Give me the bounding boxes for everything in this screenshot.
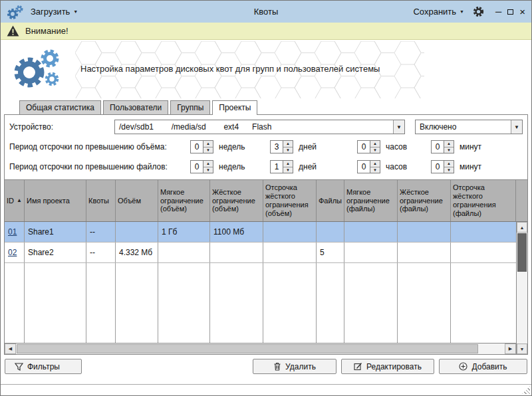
horizontal-scroll-thumb[interactable]	[17, 344, 478, 353]
cell-files	[317, 222, 344, 242]
grace-volume-row: Период отсрочки по превышению объёма: 0 …	[9, 140, 523, 154]
scroll-up-icon[interactable]: ▲	[517, 222, 527, 233]
grace-files-days-spinner[interactable]: 1 ▲▼	[270, 160, 293, 173]
spin-down-icon[interactable]: ▼	[283, 167, 293, 173]
settings-gear-icon[interactable]	[473, 6, 484, 17]
spin-down-icon[interactable]: ▼	[370, 148, 380, 153]
quota-gears-logo	[11, 48, 65, 92]
unit-weeks-label: недель	[219, 142, 270, 151]
device-select[interactable]: /dev/sdb1 /media/sd ext4 Flash ▼	[114, 120, 405, 134]
grace-volume-weeks-spinner[interactable]: 0 ▲▼	[190, 140, 213, 153]
grace-volume-days-group: 3 ▲▼ дней	[270, 140, 357, 153]
column-header-soft-limit-volume[interactable]: Мягкое ограничение (объём)	[158, 180, 210, 221]
column-header-volume[interactable]: Объём	[116, 180, 158, 221]
column-header-quotas[interactable]: Квоты	[86, 180, 116, 221]
column-header-id[interactable]: ID ▲	[5, 180, 25, 221]
spin-up-icon[interactable]: ▲	[370, 141, 380, 148]
tab-groups[interactable]: Группы	[170, 100, 210, 114]
filter-funnel-icon	[15, 363, 23, 371]
cell-grace-hard-files	[451, 243, 516, 262]
cell-hard-limit-files	[398, 222, 451, 242]
warning-banner: Внимание!	[1, 23, 531, 40]
filters-button-label: Фильтры	[27, 362, 60, 371]
spin-down-icon[interactable]: ▼	[283, 148, 293, 153]
tab-users[interactable]: Пользователи	[103, 100, 168, 114]
vertical-scrollbar[interactable]: ▲ ▼	[516, 222, 527, 354]
table-row[interactable]: 02 Share2 -- 4.332 Мб 5	[5, 243, 516, 263]
vertical-scroll-track[interactable]	[517, 233, 527, 344]
page-description: Настройка параметров дисковых квот для г…	[80, 64, 380, 74]
column-header-files[interactable]: Файлы	[317, 180, 344, 221]
tab-general-stats[interactable]: Общая статистика	[19, 100, 101, 114]
unit-days-label: дней	[299, 162, 357, 171]
spinner-value[interactable]: 3	[270, 140, 283, 153]
column-header-soft-limit-files[interactable]: Мягкое ограничение (файлы)	[344, 180, 398, 221]
spin-down-icon[interactable]: ▼	[444, 148, 454, 153]
spin-down-icon[interactable]: ▼	[203, 167, 213, 173]
horizontal-scrollbar[interactable]: ◀ ▶	[5, 343, 516, 354]
vertical-scroll-thumb[interactable]	[517, 233, 527, 272]
chevron-down-icon[interactable]: ▼	[511, 120, 522, 134]
spin-down-icon[interactable]: ▼	[203, 148, 213, 153]
unit-minutes-label: минут	[460, 162, 481, 171]
close-button[interactable]: ×	[519, 7, 525, 17]
spin-up-icon[interactable]: ▲	[283, 141, 293, 148]
grace-files-label: Период отсрочки по превышению файлов:	[9, 162, 190, 171]
row-id-link[interactable]: 01	[8, 227, 17, 237]
column-header-grace-hard-files[interactable]: Отсрочка жёсткого ограничения (файлы)	[451, 180, 516, 221]
add-button[interactable]: Добавить	[439, 359, 527, 374]
spin-down-icon[interactable]: ▼	[370, 167, 380, 173]
grace-volume-days-spinner[interactable]: 3 ▲▼	[270, 140, 293, 153]
maximize-button[interactable]	[507, 9, 513, 15]
scroll-down-icon[interactable]: ▼	[517, 344, 527, 354]
column-header-hard-limit-volume[interactable]: Жёсткое ограничение (объём)	[210, 180, 263, 221]
grace-files-weeks-group: 0 ▲▼ недель	[190, 160, 270, 173]
spin-up-icon[interactable]: ▲	[283, 161, 293, 167]
column-header-hard-limit-files[interactable]: Жёсткое ограничение (файлы)	[398, 180, 451, 221]
spinner-value[interactable]: 0	[357, 160, 370, 173]
load-menu-button[interactable]: Загрузить ▼	[31, 7, 78, 17]
row-id-link[interactable]: 02	[8, 248, 17, 257]
spin-down-icon[interactable]: ▼	[444, 167, 454, 173]
grace-files-weeks-spinner[interactable]: 0 ▲▼	[190, 160, 213, 173]
cell-grace-hard-files	[451, 222, 516, 242]
spinner-value[interactable]: 0	[357, 140, 370, 153]
grace-files-hours-spinner[interactable]: 0 ▲▼	[357, 160, 380, 173]
horizontal-scroll-track[interactable]	[16, 344, 505, 354]
spinner-value[interactable]: 0	[431, 160, 444, 173]
save-menu-button[interactable]: Сохранить ▼	[413, 7, 464, 17]
grace-volume-hours-spinner[interactable]: 0 ▲▼	[357, 140, 380, 153]
grace-volume-minutes-spinner[interactable]: 0 ▲▼	[431, 140, 454, 153]
spinner-value[interactable]: 0	[431, 140, 444, 153]
column-header-project-name[interactable]: Имя проекта	[25, 180, 86, 221]
spinner-value[interactable]: 0	[190, 140, 203, 153]
grace-volume-hours-group: 0 ▲▼ часов	[357, 140, 431, 153]
unit-hours-label: часов	[386, 142, 431, 151]
spin-up-icon[interactable]: ▲	[203, 141, 213, 148]
resize-grip[interactable]	[522, 386, 530, 394]
edit-button[interactable]: Редактировать	[341, 359, 434, 374]
spin-up-icon[interactable]: ▲	[444, 161, 454, 167]
trash-icon	[273, 362, 281, 371]
cell-volume	[116, 222, 158, 242]
column-header-grace-hard-volume[interactable]: Отсрочка жёсткого ограничения (объём)	[263, 180, 317, 221]
spinner-value[interactable]: 1	[270, 160, 283, 173]
spinner-value[interactable]: 0	[190, 160, 203, 173]
minimize-button[interactable]: ─	[495, 7, 501, 16]
sort-asc-icon: ▲	[17, 197, 22, 203]
delete-button[interactable]: Удалить	[253, 359, 336, 374]
spin-up-icon[interactable]: ▲	[444, 141, 454, 148]
chevron-down-icon[interactable]: ▼	[393, 120, 404, 134]
spin-up-icon[interactable]: ▲	[370, 161, 380, 167]
scroll-right-icon[interactable]: ▶	[505, 344, 516, 354]
cell-hard-limit-volume: 1100 Мб	[210, 222, 263, 242]
cell-quotas: --	[86, 222, 116, 242]
filters-button[interactable]: Фильтры	[5, 359, 82, 374]
window-controls: ─ ×	[495, 7, 525, 17]
tab-projects[interactable]: Проекты	[212, 100, 257, 115]
spin-up-icon[interactable]: ▲	[203, 161, 213, 167]
table-row[interactable]: 01 Share1 -- 1 Гб 1100 Мб	[5, 222, 516, 243]
quota-state-select[interactable]: Включено ▼	[415, 120, 523, 134]
scroll-left-icon[interactable]: ◀	[5, 344, 16, 354]
grace-files-minutes-spinner[interactable]: 0 ▲▼	[431, 160, 454, 173]
